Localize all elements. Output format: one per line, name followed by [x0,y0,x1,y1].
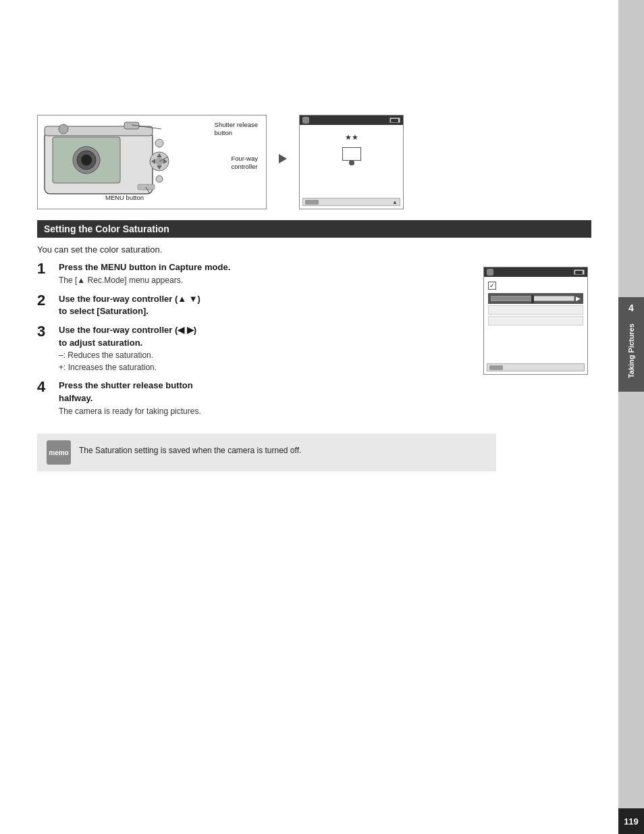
arrow-diagram [272,154,294,163]
checkbox-icon: ✓ [488,282,496,290]
steps-left: 1 Press the MENU button in Capture mode.… [37,261,473,424]
steps-container: 1 Press the MENU button in Capture mode.… [37,261,591,424]
svg-point-11 [155,139,163,147]
step-4-desc: The camera is ready for taking pictures. [59,406,473,417]
svg-text:memo: memo [49,449,68,457]
step-1-content: Press the MENU button in Capture mode. T… [59,261,473,286]
camera-icon-small [302,117,309,124]
step-3-sub-2: +: Increases the saturation. [59,362,473,373]
svg-point-12 [156,176,163,182]
screen-menu-content: ✓ ▶ [484,277,587,330]
svg-point-16 [81,155,92,165]
screen-bottom-bar-2 [487,363,585,371]
label-shutter: Shutter releasebutton [215,121,258,138]
slider-bar [491,296,574,301]
screen-top-bar-2 [484,267,587,277]
step-1: 1 Press the MENU button in Capture mode.… [37,261,473,286]
step-1-number: 1 [37,261,59,276]
screen-diagram-top: ★★ ▲ [299,115,404,209]
battery-fill-2 [575,271,583,274]
screen-stars: ★★ [304,133,399,142]
step-1-desc: The [▲ Rec.Mode] menu appears. [59,275,473,286]
svg-rect-13 [138,184,155,190]
step-1-title: Press the MENU button in Capture mode. [59,261,473,273]
step-4-number: 4 [37,380,59,394]
screen-bottom-icon [305,200,319,205]
chapter-tab: 4 Taking Pictures [618,297,644,392]
saturation-slider: ▶ [491,295,581,302]
battery-fill [391,119,398,122]
step-4: 4 Press the shutter release buttonhalfwa… [37,380,473,417]
step-3: 3 Use the four-way controller (◀ ▶)to ad… [37,324,473,373]
label-menu: MENU button [105,194,144,202]
screen-right-icons-2 [574,269,585,275]
step-3-title: Use the four-way controller (◀ ▶)to adju… [59,324,473,348]
screen-bottom-arrow: ▲ [392,199,398,205]
screen-bottom-icon-2 [489,365,503,370]
step-3-number: 3 [37,324,59,339]
memo-box: memo The Saturation setting is saved whe… [37,434,496,471]
menu-row-check: ✓ [488,280,583,292]
menu-row-3 [488,305,583,315]
step-2-title: Use the four-way controller (▲ ▼)to sele… [59,293,473,317]
intro-text: You can set the color saturation. [37,244,591,255]
chapter-number: 4 [628,303,634,313]
slider-arrow: ▶ [576,295,581,302]
memo-icon: memo [47,440,71,465]
menu-row-4 [488,316,583,325]
saturation-row: ▶ [488,293,583,304]
memo-text: The Saturation setting is saved when the… [79,440,301,457]
screen-right-icons [390,118,400,123]
camera-icon-small-2 [487,269,493,276]
label-fourway: Four-waycontroller [231,155,258,172]
slider-fill [491,296,533,301]
diagram-section: Shutter releasebutton Four-waycontroller… [37,115,591,209]
step-3-content: Use the four-way controller (◀ ▶)to adju… [59,324,473,373]
focus-bracket [342,147,361,161]
slider-thumb [531,295,534,303]
focus-icon [349,160,354,165]
section-header: Setting the Color Saturation [37,220,591,238]
step-2: 2 Use the four-way controller (▲ ▼)to se… [37,293,473,317]
screen-bottom-bar: ▲ [302,198,400,206]
screen-top-bar [300,115,403,125]
camera-diagram: Shutter releasebutton Four-waycontroller… [37,115,267,209]
step-3-sub-1: –: Reduces the saturation. [59,350,473,361]
step-2-content: Use the four-way controller (▲ ▼)to sele… [59,293,473,317]
camera-illustration [43,120,178,199]
main-content: Shutter releasebutton Four-waycontroller… [0,0,618,834]
step-4-title: Press the shutter release buttonhalfway. [59,380,473,404]
steps-right: ✓ ▶ [483,261,591,424]
screen-diagram-steps: ✓ ▶ [483,267,588,375]
screen-inner-top: ★★ ▲ [300,125,403,209]
section-title: Setting the Color Saturation [44,224,169,234]
memo-icon-svg: memo [47,440,71,465]
battery-icon [390,118,400,123]
right-sidebar: 4 Taking Pictures 119 [618,0,644,834]
battery-icon-2 [574,269,585,275]
step-2-number: 2 [37,293,59,308]
page-number: 119 [618,808,644,834]
chapter-label: Taking Pictures [627,323,635,378]
step-4-content: Press the shutter release buttonhalfway.… [59,380,473,417]
svg-point-4 [59,124,68,134]
